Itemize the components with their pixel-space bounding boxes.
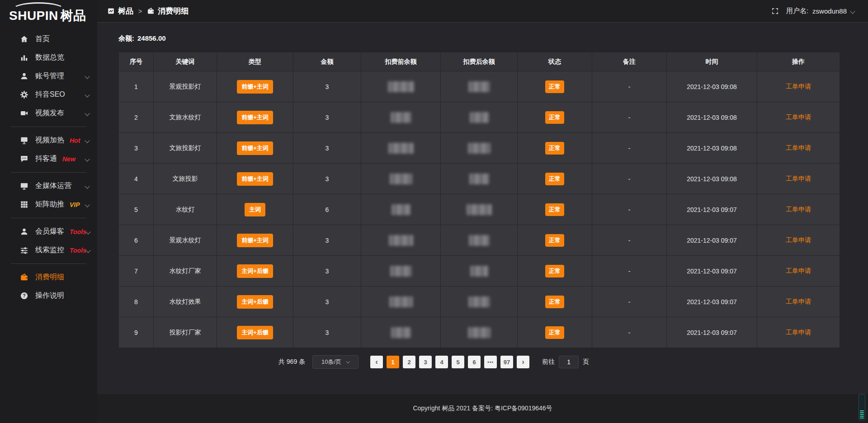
status-badge: 正常: [545, 80, 564, 93]
app-icon: [107, 7, 115, 15]
cell-time: 2021-12-03 09:07: [667, 287, 757, 317]
cell-remark: -: [592, 256, 667, 287]
sidebar-item-label: 全媒体运营: [35, 181, 71, 191]
sidebar-item-matrix-boost[interactable]: 矩阵助推VIP: [0, 195, 97, 214]
cell-keyword: 水纹灯厂家: [154, 256, 217, 287]
work-order-link[interactable]: 工单申请: [786, 144, 811, 151]
cell-keyword: 水纹灯: [154, 194, 217, 225]
page-size-select[interactable]: 10条/页: [312, 355, 359, 369]
chevron-down-icon: [85, 139, 89, 142]
sidebar-item-operation-guide[interactable]: ?操作说明: [0, 287, 97, 305]
cell-time: 2021-12-03 09:07: [667, 225, 757, 256]
cell-amount: 3: [293, 225, 361, 256]
page-button-3[interactable]: 3: [419, 356, 432, 368]
page-button-6[interactable]: 6: [468, 356, 481, 368]
sidebar-item-home[interactable]: 首页: [0, 30, 97, 48]
work-order-link[interactable]: 工单申请: [786, 329, 811, 336]
page-button-5[interactable]: 5: [452, 356, 464, 368]
sidebar-item-label: 消费明细: [35, 273, 64, 282]
sidebar-item-member-marketing[interactable]: 会员爆客Tools: [0, 222, 97, 241]
brand-logo[interactable]: SHUPIN树品: [0, 0, 97, 25]
cell-keyword: 文旅投影灯: [154, 133, 217, 164]
masked-value: [468, 81, 490, 92]
sidebar-item-video-publish[interactable]: 视频发布: [0, 104, 97, 122]
breadcrumb: 树品 > 消费明细: [107, 6, 189, 16]
masked-value: [388, 81, 414, 92]
masked-value: [470, 112, 489, 123]
balance: 余额:24856.00: [118, 34, 868, 43]
goto-page-input[interactable]: [559, 356, 579, 368]
type-badge: 主词: [245, 203, 265, 216]
total-count: 共 969 条: [278, 358, 305, 366]
wallet-icon: [147, 7, 155, 15]
cell-action: 工单申请: [757, 256, 840, 287]
page-button-1[interactable]: 1: [387, 356, 399, 368]
work-order-link[interactable]: 工单申请: [786, 113, 811, 121]
cell-balance-after: [441, 71, 518, 102]
home-icon: [20, 35, 28, 43]
status-badge: 正常: [545, 111, 564, 124]
sidebar-item-video-heating[interactable]: 视频加热Hot: [0, 131, 97, 150]
work-order-link[interactable]: 工单申请: [786, 267, 811, 274]
sidebar-badge-vip: VIP: [70, 201, 80, 208]
sidebar-item-douyin-seo[interactable]: 抖音SEO: [0, 85, 97, 104]
work-order-link[interactable]: 工单申请: [786, 298, 811, 305]
monitor-icon: [20, 182, 28, 190]
cell-amount: 3: [293, 256, 361, 287]
cell-balance-before: [361, 164, 441, 194]
cell-seq: 7: [119, 256, 154, 287]
wallet-icon: [20, 273, 28, 282]
masked-value: [467, 204, 492, 215]
work-order-link[interactable]: 工单申请: [786, 83, 811, 90]
masked-value: [469, 235, 490, 246]
cell-seq: 1: [119, 71, 154, 102]
type-badge: 主词+后缀: [237, 264, 273, 278]
copyright-text: Copyright 树品 2021 备案号: 粤ICP备09019646号: [413, 404, 552, 413]
sidebar-item-data-overview[interactable]: 数据总览: [0, 48, 97, 67]
prev-page-button[interactable]: ‹: [370, 356, 383, 368]
bar-chart-icon: [20, 53, 28, 62]
status-badge: 正常: [545, 173, 564, 185]
cell-action: 工单申请: [757, 133, 840, 164]
goto-unit: 页: [583, 358, 589, 366]
work-order-link[interactable]: 工单申请: [786, 206, 811, 213]
page-button-97[interactable]: 97: [500, 356, 513, 368]
masked-value: [470, 266, 488, 277]
breadcrumb-current[interactable]: 消费明细: [147, 6, 189, 16]
cell-balance-before: [361, 256, 441, 287]
cell-status: 正常: [518, 317, 592, 348]
sidebar-divider: [11, 127, 86, 127]
page-button-2[interactable]: 2: [403, 356, 415, 368]
masked-value: [468, 143, 491, 154]
next-page-button[interactable]: ›: [517, 356, 529, 368]
ellipsis-page-button[interactable]: •••: [484, 356, 497, 368]
sidebar-item-consumption-detail[interactable]: 消费明细: [0, 268, 97, 287]
sidebar-item-label: 视频发布: [35, 108, 64, 118]
page-size-value: 10条/页: [321, 358, 341, 366]
fullscreen-icon[interactable]: [771, 7, 779, 15]
work-order-link[interactable]: 工单申请: [786, 236, 811, 244]
cell-type: 前缀+主词: [217, 71, 293, 102]
cell-time: 2021-12-03 09:07: [667, 256, 757, 287]
cell-status: 正常: [518, 164, 592, 194]
work-order-link[interactable]: 工单申请: [786, 175, 811, 182]
cell-remark: -: [592, 317, 667, 348]
cell-time: 2021-12-03 09:08: [667, 102, 757, 133]
page-buttons: ‹123456•••97›: [370, 356, 529, 368]
table-row: 1景观投影灯前缀+主词3正常-2021-12-03 09:08工单申请: [119, 71, 840, 102]
sidebar-item-all-media-operation[interactable]: 全媒体运营: [0, 177, 97, 195]
sidebar-item-clue-monitoring[interactable]: 线索监控Tools: [0, 241, 97, 259]
floating-widget[interactable]: [859, 394, 865, 420]
page-button-4[interactable]: 4: [435, 356, 448, 368]
status-badge: 正常: [545, 265, 564, 277]
content-area: 余额:24856.00 序号关键词类型金额扣费前余额扣费后余额状态备注时间操作 …: [97, 23, 868, 394]
breadcrumb-root[interactable]: 树品: [107, 6, 133, 16]
user-menu[interactable]: 用户名: zswodun88: [786, 7, 854, 15]
sidebar-item-douketong[interactable]: 抖客通New: [0, 150, 97, 168]
sidebar-item-label: 矩阵助推: [35, 200, 64, 209]
sidebar-item-account-management[interactable]: 账号管理: [0, 67, 97, 85]
cell-amount: 6: [293, 194, 361, 225]
table-row: 9投影灯厂家主词+后缀3正常-2021-12-03 09:07工单申请: [119, 317, 840, 348]
column-header: 关键词: [154, 52, 217, 71]
cell-action: 工单申请: [757, 287, 840, 317]
